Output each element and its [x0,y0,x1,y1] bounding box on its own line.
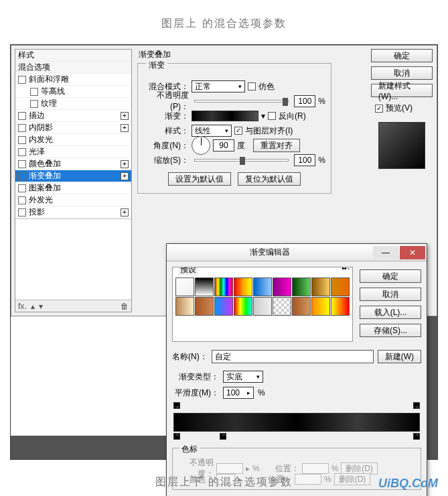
pct-label: % [258,388,265,397]
style-item[interactable]: 渐变叠加+ [15,170,131,182]
align-checkbox[interactable] [234,127,242,135]
add-effect-icon[interactable]: + [121,124,129,132]
style-item[interactable]: 描边+ [15,110,131,122]
style-checkbox[interactable] [30,100,38,108]
gradient-preset[interactable] [195,277,214,296]
gradient-preset[interactable] [234,277,252,296]
blend-options-header[interactable]: 混合选项 [15,62,131,74]
gradient-dropdown-icon[interactable]: ▾ [261,111,265,121]
gradient-picker[interactable] [192,111,258,121]
style-item[interactable]: 等高线 [15,86,131,98]
style-checkbox[interactable] [18,136,26,144]
style-checkbox[interactable] [18,172,26,180]
color-stop[interactable] [173,433,180,440]
add-effect-icon[interactable]: + [121,208,129,216]
name-label: 名称(N)： [172,351,208,363]
chevron-down-icon: ▸ [247,389,250,396]
gradient-preset[interactable] [331,297,350,316]
add-effect-icon[interactable]: + [121,112,129,120]
preview-checkbox[interactable] [375,105,383,113]
gradient-preset[interactable] [292,277,311,296]
styles-header[interactable]: 样式 [15,50,131,62]
type-select[interactable]: 实底▾ [223,371,263,383]
ok-button[interactable]: 确定 [371,49,433,62]
fx-bar: fx. ▴ ▾ 🗑 [15,300,131,312]
smooth-input[interactable]: 100▸ [223,387,254,399]
stop-position-label: 位置： [263,463,299,475]
style-checkbox[interactable] [18,208,26,216]
color-stop[interactable] [413,433,420,440]
angle-input[interactable]: 90 [213,139,234,151]
scale-input[interactable]: 100 [294,154,315,166]
blend-mode-select[interactable]: 正常▾ [192,80,245,92]
ge-cancel-button[interactable]: 取消 [360,288,421,301]
gradient-preset[interactable] [311,297,330,316]
ge-save-button[interactable]: 存储(S)... [360,324,421,337]
gradient-preset[interactable] [195,297,214,316]
opacity-input[interactable]: 100 [294,95,315,107]
style-item[interactable]: 外发光 [15,194,131,206]
gradient-preset[interactable] [253,277,272,296]
add-effect-icon[interactable]: + [121,172,129,180]
make-default-button[interactable]: 设置为默认值 [168,172,231,186]
style-item[interactable]: 投影+ [15,206,131,219]
style-checkbox[interactable] [18,124,26,132]
style-item[interactable]: 内发光 [15,134,131,146]
reset-align-button[interactable]: 重置对齐 [253,139,300,152]
style-checkbox[interactable] [18,148,26,156]
ge-load-button[interactable]: 载入(L)... [360,306,421,319]
arrow-down-icon[interactable]: ▾ [39,302,43,311]
style-select[interactable]: 线性▾ [192,125,232,137]
gradient-preset[interactable] [214,297,233,316]
style-item[interactable]: 光泽 [15,146,131,158]
angle-dial[interactable] [192,136,210,155]
gradient-bar[interactable] [173,413,420,432]
gradient-preset[interactable] [311,277,330,296]
style-item[interactable]: 纹理 [15,98,131,110]
add-effect-icon[interactable]: + [121,160,129,168]
gradient-preset[interactable] [175,297,194,316]
gear-icon[interactable]: ✿. [341,267,350,271]
style-checkbox[interactable] [18,184,26,192]
reverse-checkbox[interactable] [268,112,276,120]
trash-icon[interactable]: 🗑 [121,302,129,311]
style-item[interactable]: 斜面和浮雕 [15,74,131,86]
chevron-down-icon: ▾ [256,373,260,380]
style-item-label: 图案叠加 [29,182,61,194]
stop-opacity-input [216,463,243,474]
reset-default-button[interactable]: 复位为默认值 [238,172,301,186]
title-bar[interactable]: 渐变编辑器 — ✕ [167,244,427,261]
new-style-button[interactable]: 新建样式(W)... [371,84,433,97]
scale-slider[interactable] [194,159,289,162]
color-stop[interactable] [220,433,226,440]
reverse-label: 反向(R) [279,111,306,122]
style-checkbox[interactable] [18,76,26,84]
cancel-button[interactable]: 取消 [371,66,433,80]
gradient-preset[interactable] [273,277,291,296]
name-input[interactable] [212,350,374,363]
gradient-preset[interactable] [273,297,291,316]
gradient-preset[interactable] [253,297,272,316]
gradient-preset[interactable] [214,277,233,296]
minimize-button[interactable]: — [373,246,398,259]
style-item[interactable]: 颜色叠加+ [15,158,131,170]
opacity-stop[interactable] [413,402,420,409]
style-item[interactable]: 内阴影+ [15,122,131,134]
dither-checkbox[interactable] [248,82,256,90]
gradient-preset[interactable] [331,277,350,296]
style-item[interactable]: 图案叠加 [15,182,131,194]
ge-ok-button[interactable]: 确定 [360,269,421,283]
opacity-slider[interactable] [194,100,289,103]
new-button[interactable]: 新建(W) [378,350,421,363]
arrow-up-icon[interactable]: ▴ [31,302,35,311]
opacity-stop[interactable] [173,402,180,409]
style-checkbox[interactable] [18,196,26,204]
style-checkbox[interactable] [18,160,26,168]
style-checkbox[interactable] [30,88,38,96]
gradient-preset[interactable] [234,297,252,316]
style-item-label: 光泽 [29,146,45,158]
gradient-preset[interactable] [175,277,194,296]
close-button[interactable]: ✕ [400,246,425,259]
gradient-preset[interactable] [292,297,311,316]
style-checkbox[interactable] [18,112,26,120]
